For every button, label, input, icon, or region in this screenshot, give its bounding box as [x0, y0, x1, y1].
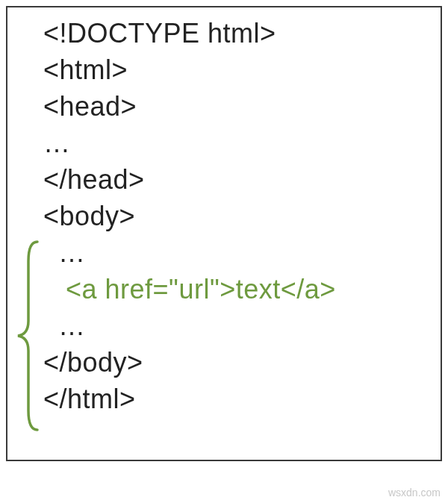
code-line-html-close: </html> [43, 381, 441, 417]
code-line-doctype: <!DOCTYPE html> [43, 15, 441, 51]
watermark-text: wsxdn.com [388, 487, 441, 499]
code-line-body-ellipsis-2: … [43, 307, 441, 344]
code-line-body-close: </body> [43, 344, 441, 381]
curly-bracket-icon [15, 239, 39, 433]
code-line-head-close: </head> [43, 161, 441, 198]
code-line-head-ellipsis: … [43, 125, 441, 161]
code-line-body-open: <body> [43, 198, 441, 234]
code-frame: <!DOCTYPE html> <html> <head> … </head> … [6, 6, 442, 461]
code-line-anchor: <a href="url">text</a> [43, 271, 441, 307]
code-line-body-ellipsis-1: … [43, 234, 441, 271]
code-line-html-open: <html> [43, 51, 441, 88]
code-line-head-open: <head> [43, 88, 441, 125]
